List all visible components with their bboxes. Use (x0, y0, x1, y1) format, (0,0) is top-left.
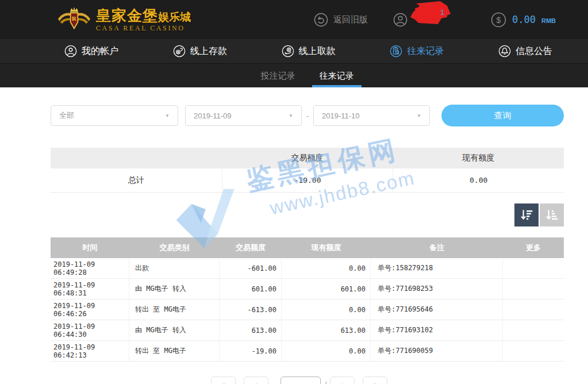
cell-note: 单号:158279218 (371, 258, 503, 278)
balance-currency: RMB (541, 17, 556, 24)
nav-item-my-account[interactable]: 我的帐户 (64, 45, 118, 57)
cell-note: 单号:771690059 (371, 341, 503, 361)
withdraw-icon (282, 45, 294, 57)
chevron-down-icon: ▼ (289, 113, 293, 118)
logo-subtitle: CASA REAL CASINO (96, 25, 191, 32)
summary-total-label: 总计 (51, 175, 222, 186)
logo-text: 皇家金堡娱乐城 CASA REAL CASINO (96, 8, 191, 32)
svg-text:R: R (72, 15, 76, 22)
bell-icon (498, 45, 511, 57)
summary-table: 交易额度 现有额度 总计 -19.00 0.00 (51, 148, 564, 193)
table-row: 2019-11-09 06:42:13 转出 至 MG电子 -19.00 0.0… (51, 341, 564, 362)
nav-label: 往来记录 (407, 45, 444, 57)
cell-balance: 0.00 (282, 341, 371, 361)
svg-text:$: $ (497, 15, 501, 24)
type-select[interactable]: 全部 ▼ (51, 105, 178, 126)
next-page-button[interactable]: › (330, 377, 355, 384)
cell-amount: -601.00 (220, 258, 282, 278)
nav-item-online-withdrawal[interactable]: 线上取款 (282, 45, 336, 57)
sub-tab-bar: 投注记录 往来记录 (0, 63, 588, 87)
records-table: 时间 交易类别 交易额度 现有额度 备注 更多 2019-11-09 06:49… (51, 237, 564, 362)
col-header-amount: 交易额度 (220, 243, 282, 253)
cell-time: 2019-11-09 06:42:13 (51, 341, 129, 361)
summary-current-amount: 0.00 (393, 168, 564, 192)
back-arrow-icon (314, 13, 328, 27)
summary-transaction-amount: -19.00 (222, 168, 393, 192)
cell-type: 转出 至 MG电子 (129, 341, 220, 361)
cell-more (503, 279, 564, 299)
summary-header-row: 交易额度 现有额度 (51, 148, 564, 168)
cell-more (503, 299, 564, 320)
prev-page-button[interactable]: ‹ (244, 377, 268, 384)
sort-descending-button[interactable] (514, 203, 539, 226)
chevron-down-icon: ▼ (417, 113, 421, 118)
tab-betting-records[interactable]: 投注记录 (249, 64, 308, 87)
user-icon (64, 45, 77, 57)
col-header-time: 时间 (51, 243, 129, 253)
cell-more (503, 341, 564, 361)
user-account[interactable]: 1 (393, 13, 451, 27)
date-from-select[interactable]: 2019-11-09 ▼ (185, 105, 302, 126)
cell-time: 2019-11-09 06:49:28 (51, 258, 129, 278)
filter-row: 全部 ▼ 2019-11-09 ▼ - 2019-11-10 ▼ 查询 (51, 105, 564, 126)
sort-ascending-button[interactable] (540, 203, 564, 226)
date-range-separator: - (302, 112, 313, 120)
cell-note: 单号:771698253 (371, 279, 503, 299)
cell-note: 单号:771695646 (371, 299, 503, 320)
main-navigation: 我的帐户 线上存款 (0, 39, 588, 63)
nav-item-online-deposit[interactable]: 线上存款 (173, 45, 227, 57)
type-select-value: 全部 (59, 110, 74, 121)
date-to-value: 2019-11-10 (322, 112, 360, 120)
deposit-icon (173, 45, 186, 57)
cell-type: 由 MG电子 转入 (129, 279, 220, 299)
user-icon (393, 13, 408, 27)
cell-type: 出款 (129, 258, 220, 278)
header-right: 返回旧版 1 (314, 12, 556, 28)
transaction-records-page: R 皇家金堡娱乐城 CASA REAL CASINO 返回旧版 (0, 0, 588, 384)
records-header-row: 时间 交易类别 交易额度 现有额度 备注 更多 (51, 237, 564, 258)
casino-emblem-icon: R (57, 6, 91, 33)
chevron-down-icon: ▼ (165, 113, 170, 118)
page-separator: / (325, 377, 326, 384)
cell-more (503, 258, 564, 278)
last-page-button[interactable]: » (363, 377, 387, 384)
cell-balance: 0.00 (282, 299, 371, 320)
content-area: 全部 ▼ 2019-11-09 ▼ - 2019-11-10 ▼ 查询 交易额度… (51, 105, 564, 362)
col-header-balance: 现有额度 (282, 243, 371, 253)
back-link-label: 返回旧版 (333, 14, 368, 25)
cell-balance: 613.00 (282, 320, 371, 340)
first-page-button[interactable]: « (211, 377, 236, 384)
back-to-old-version-link[interactable]: 返回旧版 (314, 13, 368, 27)
cell-type: 由 MG电子 转入 (129, 320, 220, 340)
dollar-icon: $ (491, 12, 506, 28)
balance-amount: 0.00 (512, 14, 536, 25)
col-header-more: 更多 (503, 243, 564, 253)
sort-ascending-icon (544, 208, 559, 222)
casino-logo[interactable]: R 皇家金堡娱乐城 CASA REAL CASINO (57, 6, 191, 33)
cell-amount: 601.00 (220, 279, 282, 299)
top-header: R 皇家金堡娱乐城 CASA REAL CASINO 返回旧版 (0, 0, 588, 39)
date-to-select[interactable]: 2019-11-10 ▼ (313, 105, 430, 126)
cell-time: 2019-11-09 06:48:31 (51, 279, 129, 299)
nav-label: 线上存款 (190, 45, 227, 57)
nav-label: 线上取款 (299, 45, 336, 57)
cell-amount: 613.00 (220, 320, 282, 340)
balance-display: $ 0.00 RMB (491, 12, 556, 28)
username-visible-digit: 1 (440, 8, 444, 17)
records-icon (390, 45, 402, 57)
col-header-type: 交易类别 (129, 243, 220, 253)
page-number-input[interactable] (280, 377, 321, 384)
query-button[interactable]: 查询 (441, 105, 564, 126)
logo-title: 皇家金堡娱乐城 (96, 8, 191, 23)
tab-transaction-records[interactable]: 往来记录 (308, 64, 366, 87)
nav-item-announcements[interactable]: 信息公告 (498, 45, 552, 57)
nav-label: 我的帐户 (82, 45, 118, 57)
cell-type: 转出 至 MG电子 (129, 299, 220, 320)
nav-item-transaction-records[interactable]: 往来记录 (390, 45, 444, 57)
sub-tabs: 投注记录 往来记录 (249, 64, 366, 87)
summary-header-transaction-amount: 交易额度 (222, 153, 393, 163)
pagination: « ‹ / › » (211, 377, 387, 384)
cell-more (503, 320, 564, 340)
summary-header-current-amount: 现有额度 (393, 153, 564, 163)
table-row: 2019-11-09 06:46:26 转出 至 MG电子 -613.00 0.… (51, 299, 564, 320)
